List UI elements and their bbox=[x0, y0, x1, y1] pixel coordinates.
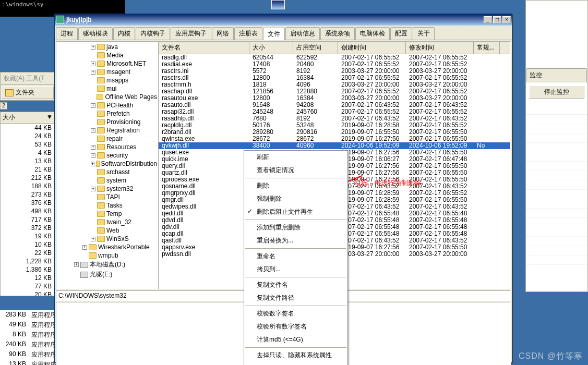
size-row[interactable]: 12 KB bbox=[1, 274, 55, 282]
file-row[interactable]: raschap.dll1218561228802007-02-17 06:55:… bbox=[159, 88, 510, 95]
tab-12[interactable]: 关于 bbox=[413, 27, 435, 40]
tree-item[interactable]: Provisioning bbox=[57, 118, 157, 126]
tab-5[interactable]: 网络 bbox=[212, 27, 234, 40]
tab-6[interactable]: 注册表 bbox=[234, 27, 262, 40]
tree-item[interactable]: +本地磁盘(D:) bbox=[57, 260, 157, 270]
tree-item[interactable]: twain_32 bbox=[57, 218, 157, 226]
tree-item[interactable]: +PCHealth bbox=[57, 101, 157, 110]
size-row[interactable]: 20 KB bbox=[1, 290, 55, 296]
tree-item[interactable]: TAPI bbox=[57, 193, 157, 201]
tree-item[interactable]: +system32 bbox=[57, 185, 157, 193]
tree-item[interactable]: 光驱(E:) bbox=[57, 270, 157, 279]
menu-item[interactable]: 拷贝到... bbox=[244, 263, 347, 276]
tab-4[interactable]: 应用层钩子 bbox=[171, 27, 211, 40]
col-norm[interactable]: 常规... bbox=[474, 42, 500, 54]
tree-item[interactable]: Media bbox=[57, 51, 157, 59]
tree-item[interactable]: +SoftwareDistribution bbox=[57, 160, 157, 168]
size-row[interactable]: 44 KB bbox=[1, 124, 55, 132]
tree-item[interactable]: +WiresharkPortable bbox=[57, 243, 157, 251]
size-row[interactable]: 53 KB bbox=[1, 140, 55, 149]
tree-item[interactable]: Temp bbox=[57, 210, 157, 218]
tab-3[interactable]: 内核钩子 bbox=[136, 27, 170, 40]
tab-2[interactable]: 内核 bbox=[113, 27, 135, 40]
size-row[interactable]: 22 KB bbox=[1, 249, 55, 257]
tree-item[interactable]: mui bbox=[57, 84, 157, 93]
file-row[interactable]: rasadhlp.dll768081922007-02-17 06:43:522… bbox=[159, 115, 510, 122]
menu-item[interactable]: 刷新 bbox=[244, 151, 347, 164]
size-row[interactable]: 376 KB bbox=[1, 199, 55, 207]
menu-item[interactable]: 校验数字签名 bbox=[244, 307, 347, 320]
size-row[interactable]: 1,386 KB bbox=[1, 265, 55, 274]
tree-item[interactable]: Offline Web Pages bbox=[57, 93, 157, 101]
tree-item[interactable]: +Registration bbox=[57, 126, 157, 135]
expand-icon[interactable]: + bbox=[91, 62, 95, 66]
size-row[interactable]: 212 KB bbox=[1, 174, 55, 182]
expand-icon[interactable]: + bbox=[91, 45, 95, 50]
menu-item[interactable]: 查看锁定情况 bbox=[244, 164, 347, 177]
col-name[interactable]: 文件名 bbox=[159, 42, 249, 54]
col-ctime[interactable]: 创建时间 bbox=[338, 42, 406, 54]
tree-item[interactable]: wmpub bbox=[57, 251, 157, 260]
file-row[interactable]: r2brand.dll2892802908162019-09-07 16:55:… bbox=[159, 129, 510, 136]
size-row[interactable]: 77 KB bbox=[1, 282, 55, 290]
expand-icon[interactable]: + bbox=[82, 245, 87, 250]
size-row[interactable]: 498 KB bbox=[1, 207, 55, 215]
expand-icon[interactable]: + bbox=[91, 145, 95, 150]
titlebar[interactable]: jkuyjlpjb _ □ × bbox=[55, 14, 512, 26]
file-row[interactable]: rasctrs.dll12800163842007-02-17 06:55:52… bbox=[159, 75, 510, 81]
size-row[interactable]: 4 KB bbox=[1, 149, 55, 157]
size-row[interactable]: 19 KB bbox=[1, 232, 55, 240]
tab-8[interactable]: 启动信息 bbox=[285, 27, 320, 40]
expand-icon[interactable]: + bbox=[91, 237, 95, 241]
file-row[interactable]: rasautou.exe12800163842003-03-27 20:00:0… bbox=[159, 95, 510, 102]
col-mtime[interactable]: 修改时间 bbox=[406, 42, 474, 54]
menu-item[interactable]: 添加到重启删除 bbox=[244, 221, 347, 234]
tab-1[interactable]: 驱动模块 bbox=[78, 27, 113, 40]
menu-item[interactable]: 校验所有数字签名 bbox=[244, 320, 347, 333]
expand-icon[interactable]: + bbox=[91, 70, 95, 75]
size-row[interactable]: 1,228 KB bbox=[1, 257, 55, 265]
tree-item[interactable]: +WinSxS bbox=[57, 235, 157, 243]
size-row[interactable]: 21 KB bbox=[1, 165, 55, 174]
file-row[interactable]: rasauto.dll91648942082007-02-17 06:43:52… bbox=[159, 102, 510, 108]
tree-item[interactable]: +security bbox=[57, 151, 157, 160]
tab-10[interactable]: 电脑体检 bbox=[355, 27, 390, 40]
menu-item[interactable]: 强制删除 bbox=[244, 192, 347, 205]
menu-item[interactable]: 删除后阻止文件再生 bbox=[244, 205, 347, 218]
tree-item[interactable]: Prefetch bbox=[57, 110, 157, 118]
file-row[interactable]: rasapi32.dll2452482457602007-02-17 06:55… bbox=[159, 108, 510, 115]
size-row[interactable]: 273 KB bbox=[1, 190, 55, 199]
folder-tree[interactable]: +javaMedia+Microsoft.NET+msagentmsappsmu… bbox=[56, 42, 159, 289]
size-row[interactable]: 10 KB bbox=[1, 240, 55, 249]
file-row[interactable]: rasctrs.ini557281922003-03-27 20:00:0020… bbox=[159, 68, 510, 75]
minimize-button[interactable]: _ bbox=[484, 16, 492, 23]
menu-item[interactable]: 计算md5 (<=4G) bbox=[244, 333, 347, 346]
close-button[interactable]: × bbox=[502, 16, 511, 23]
menu-item[interactable]: 重启替换为... bbox=[244, 234, 347, 247]
tree-item[interactable]: msapps bbox=[57, 76, 157, 84]
menu-item[interactable]: 设置只读、隐藏和系统属性 bbox=[244, 362, 347, 365]
tree-item[interactable]: +Microsoft.NET bbox=[57, 59, 157, 68]
size-row[interactable]: 717 KB bbox=[1, 215, 55, 224]
file-row[interactable]: rasctrnm.h181840962003-03-27 20:00:00200… bbox=[159, 81, 510, 88]
folders-button[interactable]: 文件夹 bbox=[2, 86, 54, 99]
menu-item[interactable]: 复制文件名 bbox=[244, 278, 347, 291]
menu-item[interactable]: 删除 bbox=[244, 179, 347, 192]
tree-item[interactable]: +java bbox=[57, 43, 157, 51]
menu-item[interactable]: 重命名 bbox=[244, 250, 347, 263]
tree-item[interactable]: repair bbox=[57, 135, 157, 143]
tab-7[interactable]: 文件 bbox=[263, 28, 285, 40]
tab-9[interactable]: 系统杂项 bbox=[320, 27, 355, 40]
expand-icon[interactable]: + bbox=[91, 162, 94, 166]
context-menu[interactable]: 刷新查看锁定情况删除强制删除删除后阻止文件再生添加到重启删除重启替换为...重命… bbox=[244, 150, 348, 365]
size-row[interactable]: 13 KB bbox=[1, 157, 55, 165]
col-used[interactable]: 占用空间 bbox=[293, 42, 338, 54]
menu-item[interactable]: 复制文件路径 bbox=[244, 291, 347, 305]
tab-0[interactable]: 进程 bbox=[56, 27, 78, 40]
col-size[interactable]: 大小 bbox=[249, 42, 293, 54]
maximize-button[interactable]: □ bbox=[493, 16, 501, 23]
tree-item[interactable]: system bbox=[57, 176, 157, 185]
tab-11[interactable]: 配置 bbox=[390, 27, 412, 40]
menu-item[interactable]: 去掉只读、隐藏和系统属性 bbox=[244, 349, 347, 362]
right-tab[interactable]: 监控 bbox=[526, 68, 587, 82]
